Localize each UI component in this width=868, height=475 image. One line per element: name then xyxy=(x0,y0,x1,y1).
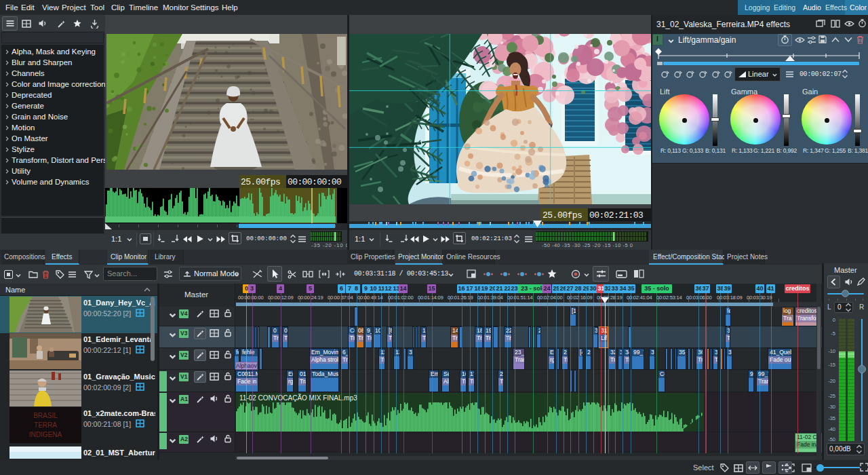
svg-text:TERRA: TERRA xyxy=(34,421,57,429)
svg-text:INDIGENA: INDIGENA xyxy=(29,431,62,438)
svg-text:BRASIL: BRASIL xyxy=(33,412,58,419)
